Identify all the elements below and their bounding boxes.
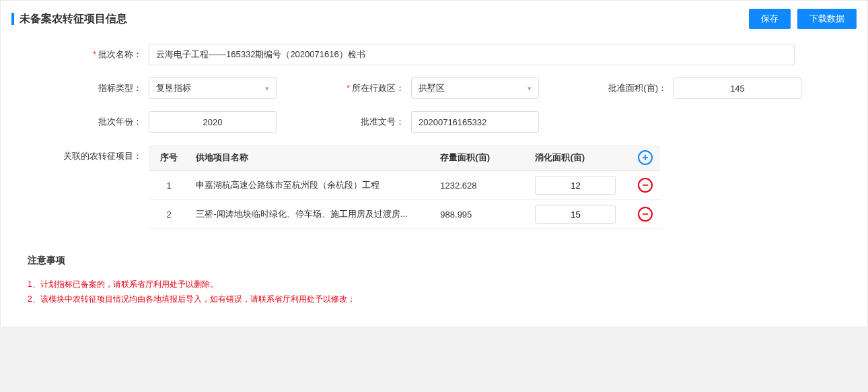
batch-year-item: 批次年份： xyxy=(34,111,297,133)
indicator-type-label: 指标类型： xyxy=(34,82,149,94)
consume-area-input[interactable] xyxy=(535,176,616,195)
add-row-icon[interactable]: + xyxy=(638,150,653,165)
approved-area-label: 批准面积(亩)： xyxy=(559,82,674,94)
th-project-name: 供地项目名称 xyxy=(189,145,433,171)
th-consume-area: 消化面积(亩) xyxy=(528,145,630,171)
approved-area-input[interactable] xyxy=(674,77,801,99)
chevron-down-icon: ▾ xyxy=(265,84,269,93)
page-title: 未备案农转征项目信息 xyxy=(20,12,127,26)
cell-stock: 988.995 xyxy=(433,200,528,229)
cell-name: 三桥-闻涛地块临时绿化、停车场、施工用房及过渡房... xyxy=(189,200,433,229)
cell-action: − xyxy=(630,171,660,200)
indicator-type-value: 复垦指标 xyxy=(156,82,191,94)
table-row: 1 申嘉湖杭高速公路练市至杭州段（余杭段）工程 1232.628 − xyxy=(149,171,660,200)
cell-consume xyxy=(528,171,630,200)
batch-name-input[interactable] xyxy=(149,44,795,65)
panel-header: 未备案农转征项目信息 保存 下载数据 xyxy=(1,1,867,37)
title-accent-bar xyxy=(11,13,14,25)
batch-name-label: *批次名称： xyxy=(34,48,149,61)
approved-area-item: 批准面积(亩)： xyxy=(559,77,801,99)
batch-year-label: 批次年份： xyxy=(34,116,149,128)
batch-year-input[interactable] xyxy=(149,111,277,133)
cell-action: − xyxy=(630,200,660,229)
region-select[interactable]: 拱墅区 ▾ xyxy=(411,77,539,99)
region-label: *所在行政区： xyxy=(297,82,411,94)
row-batch-name: *批次名称： xyxy=(34,44,834,65)
assoc-table-wrap: 序号 供地项目名称 存量面积(亩) 消化面积(亩) + 1 申嘉湖杭高速 xyxy=(149,145,660,229)
notice-title: 注意事项 xyxy=(28,255,840,267)
indicator-type-select[interactable]: 复垦指标 ▾ xyxy=(149,77,277,99)
th-action: + xyxy=(630,145,660,171)
cell-seq: 1 xyxy=(149,171,189,200)
region-value: 拱墅区 xyxy=(419,82,445,94)
assoc-table: 序号 供地项目名称 存量面积(亩) 消化面积(亩) + 1 申嘉湖杭高速 xyxy=(149,145,660,229)
table-header-row: 序号 供地项目名称 存量面积(亩) 消化面积(亩) + xyxy=(149,145,660,171)
indicator-type-item: 指标类型： 复垦指标 ▾ xyxy=(34,77,297,99)
cell-name: 申嘉湖杭高速公路练市至杭州段（余杭段）工程 xyxy=(189,171,433,200)
delete-row-icon[interactable]: − xyxy=(638,207,653,222)
row-assoc-projects: 关联的农转征项目： 序号 供地项目名称 存量面积(亩) 消化面积(亩) + xyxy=(34,145,834,229)
cell-consume xyxy=(528,200,630,229)
download-button[interactable]: 下载数据 xyxy=(797,9,857,29)
notice-line-1: 1、计划指标已备案的，请联系省厅利用处予以删除。 xyxy=(28,277,840,292)
approval-no-item: 批准文号： xyxy=(297,111,539,133)
approval-no-label: 批准文号： xyxy=(297,116,411,128)
panel-container: 未备案农转征项目信息 保存 下载数据 *批次名称： 指标类型： 复垦指标 ▾ xyxy=(0,0,868,327)
row-indicator-region-area: 指标类型： 复垦指标 ▾ *所在行政区： 拱墅区 ▾ 批准面积(亩)： xyxy=(34,77,834,99)
row-year-docno: 批次年份： 批准文号： xyxy=(34,111,834,133)
notice-area: 注意事项 1、计划指标已备案的，请联系省厅利用处予以删除。 2、该模块中农转征项… xyxy=(1,241,867,313)
th-stock-area: 存量面积(亩) xyxy=(433,145,528,171)
table-row: 2 三桥-闻涛地块临时绿化、停车场、施工用房及过渡房... 988.995 − xyxy=(149,200,660,229)
th-seq: 序号 xyxy=(149,145,189,171)
notice-line-2: 2、该模块中农转征项目情况均由各地填报后导入，如有错误，请联系省厅利用处予以修改… xyxy=(28,292,840,307)
title-wrap: 未备案农转征项目信息 xyxy=(11,12,127,26)
assoc-label: 关联的农转征项目： xyxy=(34,145,149,162)
approval-no-input[interactable] xyxy=(411,111,539,133)
region-item: *所在行政区： 拱墅区 ▾ xyxy=(297,77,559,99)
chevron-down-icon: ▾ xyxy=(528,84,532,93)
form-area: *批次名称： 指标类型： 复垦指标 ▾ *所在行政区： 拱墅区 ▾ xyxy=(1,37,867,229)
delete-row-icon[interactable]: − xyxy=(638,178,653,193)
consume-area-input[interactable] xyxy=(535,205,616,224)
header-buttons: 保存 下载数据 xyxy=(749,9,857,29)
save-button[interactable]: 保存 xyxy=(749,9,791,29)
cell-stock: 1232.628 xyxy=(433,171,528,200)
cell-seq: 2 xyxy=(149,200,189,229)
